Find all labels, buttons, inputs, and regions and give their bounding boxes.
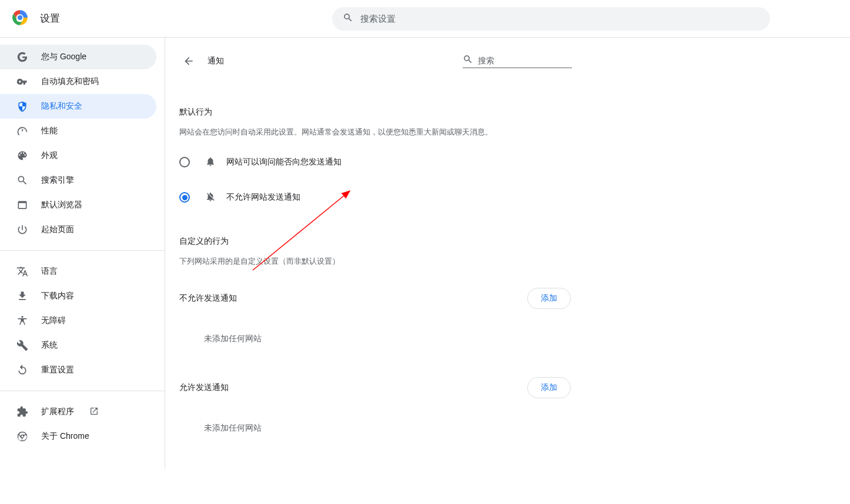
sidebar-item-label: 外观: [41, 150, 58, 161]
add-allowed-button[interactable]: 添加: [527, 377, 571, 398]
chrome-logo-icon: [12, 9, 28, 28]
section-title: 自定义的行为: [179, 236, 571, 247]
header-search-input[interactable]: [360, 14, 759, 23]
browser-window-icon: [16, 199, 28, 211]
sidebar-item-label: 隐私和安全: [41, 101, 82, 112]
sidebar-item-downloads[interactable]: 下载内容: [0, 284, 156, 308]
sidebar-divider: [0, 250, 165, 251]
translate-icon: [16, 266, 28, 277]
extension-icon: [16, 406, 28, 418]
section-desc: 下列网站采用的是自定义设置（而非默认设置）: [179, 256, 571, 267]
bell-off-icon: [205, 191, 216, 204]
sidebar-item-label: 语言: [41, 266, 58, 277]
radio-label-group: 不允许网站发送通知: [205, 191, 300, 204]
app-header: 设置: [0, 0, 850, 38]
sidebar-item-label: 您与 Google: [41, 52, 86, 62]
sidebar-item-label: 默认浏览器: [41, 200, 82, 210]
sidebar-item-languages[interactable]: 语言: [0, 259, 156, 284]
header-title: 设置: [40, 12, 60, 25]
wrench-icon: [16, 340, 28, 351]
content: 通知 默认行为 网站会在您访问时自动采用此设置。网站通常会发送通知，以便您知悉重…: [165, 38, 585, 469]
sidebar-item-accessibility[interactable]: 无障碍: [0, 308, 156, 333]
content-header: 通知: [165, 51, 585, 72]
list-title: 允许发送通知: [179, 382, 229, 393]
section-title: 默认行为: [179, 107, 571, 117]
sidebar-divider: [0, 391, 165, 391]
blocked-section: 不允许发送通知 添加 未添加任何网站: [165, 288, 585, 356]
default-behavior-section: 默认行为 网站会在您访问时自动采用此设置。网站通常会发送通知，以便您知悉重大新闻…: [165, 107, 585, 215]
back-button[interactable]: [178, 51, 199, 72]
sidebar-item-autofill[interactable]: 自动填充和密码: [0, 69, 156, 94]
speedometer-icon: [16, 125, 28, 137]
list-header: 不允许发送通知 添加: [179, 288, 571, 309]
radio-label: 不允许网站发送通知: [226, 192, 300, 203]
shield-icon: [16, 100, 28, 112]
list-title: 不允许发送通知: [179, 293, 237, 304]
header-search-box[interactable]: [332, 7, 770, 31]
add-blocked-button[interactable]: 添加: [527, 288, 571, 309]
reset-icon: [16, 364, 28, 376]
main-layout: 您与 Google 自动填充和密码 隐私和安全 性能 外观: [0, 38, 850, 469]
sidebar-item-privacy-security[interactable]: 隐私和安全: [0, 94, 156, 119]
svg-point-2: [18, 15, 22, 20]
sidebar-item-label: 无障碍: [41, 315, 66, 326]
sidebar-item-performance[interactable]: 性能: [0, 119, 156, 143]
radio-label-group: 网站可以询问能否向您发送通知: [205, 156, 342, 169]
sidebar-item-you-and-google[interactable]: 您与 Google: [0, 45, 156, 69]
radio-label: 网站可以询问能否向您发送通知: [226, 157, 342, 167]
sidebar-item-label: 起始页面: [41, 224, 74, 235]
bell-icon: [205, 156, 216, 169]
empty-list-text: 未添加任何网站: [179, 316, 571, 356]
sidebar-item-label: 下载内容: [41, 291, 74, 301]
search-icon: [463, 54, 473, 66]
sidebar-item-reset[interactable]: 重置设置: [0, 358, 156, 382]
sidebar-item-label: 重置设置: [41, 365, 74, 375]
sidebar-item-search-engine[interactable]: 搜索引擎: [0, 168, 156, 193]
radio-sites-can-ask[interactable]: 网站可以询问能否向您发送通知: [179, 145, 571, 180]
download-icon: [16, 290, 28, 302]
accessibility-icon: [16, 315, 28, 327]
sidebar-item-label: 系统: [41, 340, 58, 351]
magnifier-icon: [16, 174, 28, 186]
content-search-input[interactable]: [478, 56, 572, 65]
google-g-icon: [16, 51, 28, 63]
allowed-section: 允许发送通知 添加 未添加任何网站: [165, 377, 585, 445]
radio-indicator-checked: [179, 192, 190, 203]
power-icon: [16, 224, 28, 236]
sidebar-item-on-startup[interactable]: 起始页面: [0, 217, 156, 242]
empty-list-text: 未添加任何网站: [179, 405, 571, 445]
content-search-box[interactable]: [463, 54, 572, 68]
sidebar-item-label: 关于 Chrome: [41, 431, 89, 442]
sidebar-item-extensions[interactable]: 扩展程序: [0, 399, 156, 424]
sidebar-item-system[interactable]: 系统: [0, 333, 156, 358]
sidebar: 您与 Google 自动填充和密码 隐私和安全 性能 外观: [0, 38, 165, 469]
chrome-outline-icon: [16, 431, 28, 442]
open-in-new-icon: [87, 406, 99, 418]
sidebar-item-appearance[interactable]: 外观: [0, 143, 156, 168]
custom-behavior-section: 自定义的行为 下列网站采用的是自定义设置（而非默认设置）: [165, 236, 585, 267]
radio-indicator: [179, 157, 190, 167]
palette-icon: [16, 150, 28, 162]
sidebar-item-label: 性能: [41, 126, 58, 136]
sidebar-item-label: 自动填充和密码: [41, 76, 99, 87]
sidebar-item-label: 扩展程序: [41, 406, 74, 417]
sidebar-item-label: 搜索引擎: [41, 175, 74, 186]
page-title: 通知: [208, 56, 224, 66]
search-icon: [343, 12, 353, 25]
header-left: 设置: [12, 9, 332, 28]
content-wrap: 通知 默认行为 网站会在您访问时自动采用此设置。网站通常会发送通知，以便您知悉重…: [165, 38, 850, 469]
sidebar-item-about-chrome[interactable]: 关于 Chrome: [0, 424, 156, 449]
radio-dont-allow[interactable]: 不允许网站发送通知: [179, 180, 571, 215]
list-header: 允许发送通知 添加: [179, 377, 571, 398]
section-desc: 网站会在您访问时自动采用此设置。网站通常会发送通知，以便您知悉重大新闻或聊天消息…: [179, 127, 571, 137]
key-icon: [16, 76, 28, 88]
sidebar-item-default-browser[interactable]: 默认浏览器: [0, 193, 156, 217]
